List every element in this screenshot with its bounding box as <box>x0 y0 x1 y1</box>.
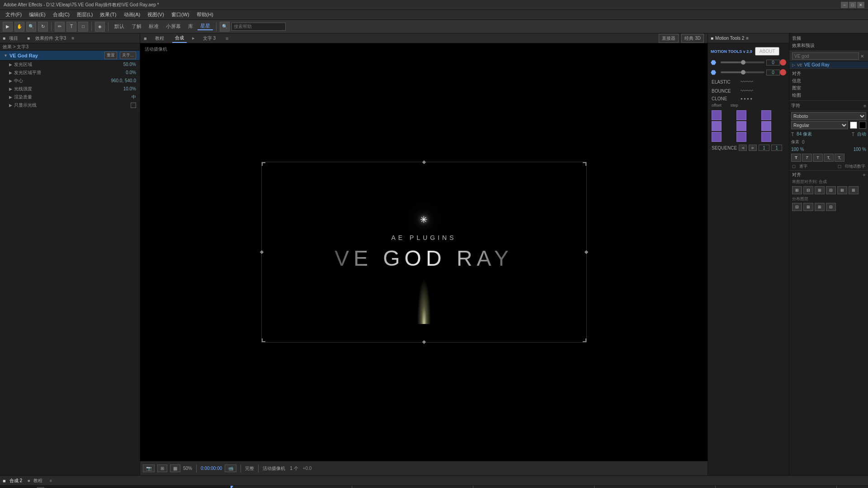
align-left-btn[interactable]: ⊞ <box>792 186 802 194</box>
text-caps-btn[interactable]: T <box>813 154 823 162</box>
dist-h2-btn[interactable]: ⊞ <box>815 203 825 211</box>
align-right-btn[interactable]: ⊞ <box>815 186 825 194</box>
grid-btn[interactable]: ⊞ <box>157 465 167 472</box>
section-effects-presets[interactable]: 效果和预设 <box>792 42 865 49</box>
search-result-label[interactable]: VE God Ray <box>804 62 830 67</box>
viewer-tab-comp[interactable]: 合成 <box>172 34 187 43</box>
text-smallcaps-btn[interactable]: T, <box>824 154 834 162</box>
playhead[interactable] <box>231 486 231 488</box>
tl-tab-comp[interactable]: 合成 2 <box>6 477 26 485</box>
tl-tab-tutorial[interactable]: 教程 <box>30 477 46 485</box>
menu-animation[interactable]: 动画(A) <box>120 10 144 19</box>
dist-v-btn[interactable]: ⊞ <box>803 203 813 211</box>
menu-layer[interactable]: 图层(L) <box>73 10 96 19</box>
grid-btn-6[interactable] <box>761 121 771 131</box>
tool-shape[interactable]: □ <box>78 22 88 32</box>
auto-label[interactable]: 自动 <box>857 131 866 137</box>
mt-slider-handle-2[interactable] <box>741 70 745 75</box>
section-paint[interactable]: 绘图 <box>792 92 865 99</box>
mt-slider-1[interactable] <box>721 61 764 63</box>
menu-window[interactable]: 窗口(W) <box>168 10 193 19</box>
tool-pen[interactable]: ✏ <box>55 22 65 32</box>
menu-effects[interactable]: 效果(T) <box>96 10 120 19</box>
font-stroke-swatch[interactable] <box>859 122 866 129</box>
mt-color-btn-1[interactable] <box>780 59 786 66</box>
seq-btn-2[interactable]: ⊳ <box>749 145 757 151</box>
viewer-menu-icon[interactable]: ≡ <box>226 36 228 41</box>
text-super-btn[interactable]: T, <box>835 154 844 162</box>
classic-3d-btn[interactable]: 经典 3D <box>681 34 704 43</box>
tool-zoom[interactable]: 🔍 <box>26 22 36 32</box>
tool-arrow[interactable]: ▶ <box>3 22 13 32</box>
mt-value-1[interactable]: 0 <box>766 60 780 66</box>
grid-btn-5[interactable] <box>736 121 746 131</box>
align-center-btn[interactable]: ⊟ <box>803 186 813 194</box>
toolbar-search-input[interactable] <box>231 23 286 31</box>
minimize-button[interactable]: − <box>841 2 848 8</box>
quality-label[interactable]: 完整 <box>245 465 254 472</box>
font-select[interactable]: Roboto <box>791 112 866 120</box>
menu-composition[interactable]: 合成(C) <box>49 10 73 19</box>
font-color-swatch[interactable] <box>850 122 857 129</box>
seq-btn-1[interactable]: ⊲ <box>739 145 747 151</box>
tl-menu-icon[interactable]: ≡ <box>49 479 52 483</box>
font-style-select[interactable]: Regular <box>791 121 848 129</box>
section-audio[interactable]: 音频 <box>792 35 865 42</box>
grid-btn-1[interactable] <box>712 110 722 120</box>
mt-slider-handle-1[interactable] <box>741 60 745 65</box>
font-size-value[interactable]: 84 像素 <box>797 131 812 137</box>
grid-btn-7[interactable] <box>712 132 722 142</box>
text-italic-btn[interactable]: T <box>802 154 812 162</box>
camera-mode-label[interactable]: 活动摄像机 <box>263 465 285 472</box>
tool-puppet[interactable]: ◈ <box>95 22 105 32</box>
search-input[interactable] <box>792 52 859 60</box>
scale-v[interactable]: 100 % <box>854 147 866 152</box>
viewer-tab-tutorial[interactable]: 教程 <box>152 34 167 42</box>
tracking-val[interactable]: 0 <box>802 140 805 145</box>
section-info[interactable]: 信息 <box>792 78 865 84</box>
tool-rotate[interactable]: ↻ <box>38 22 48 32</box>
close-button[interactable]: ✕ <box>857 2 864 8</box>
grid-btn-2[interactable] <box>736 110 746 120</box>
align-menu[interactable]: ≡ <box>863 173 865 177</box>
align-bot-btn[interactable]: ⊞ <box>849 186 859 194</box>
about-button[interactable]: 关于... <box>120 52 136 59</box>
about-btn[interactable]: ABOUT <box>755 47 779 56</box>
text-bold-btn[interactable]: T <box>791 154 801 162</box>
tool-text[interactable]: T <box>66 22 76 32</box>
grid-btn-3[interactable] <box>761 110 771 120</box>
zoom-label[interactable]: 50% <box>183 466 192 471</box>
direct-mode-btn[interactable]: 直接器 <box>659 34 679 43</box>
maximize-button[interactable]: □ <box>849 2 856 8</box>
viewer-tab-text[interactable]: 文字 3 <box>200 34 218 42</box>
align-mid-btn[interactable]: ⊞ <box>837 186 847 194</box>
menu-view[interactable]: 视图(V) <box>144 10 168 19</box>
char-menu[interactable]: ≡ <box>863 103 866 108</box>
grid-btn-4[interactable] <box>712 121 722 131</box>
dist-v2-btn[interactable]: ⊟ <box>826 203 836 211</box>
seq-val-2[interactable]: 1 <box>771 145 782 151</box>
section-align[interactable]: 对齐 <box>792 70 865 77</box>
scale-h[interactable]: 100 % <box>791 147 804 152</box>
safe-margins-btn[interactable]: ▦ <box>170 465 180 472</box>
checkbox-only-rays[interactable] <box>131 103 136 108</box>
section-library[interactable]: 图室 <box>792 85 865 91</box>
menu-edit[interactable]: 编辑(E) <box>25 10 49 19</box>
search-clear-btn[interactable]: ✕ <box>859 53 865 59</box>
motion-tools-menu[interactable]: ≡ <box>746 36 749 41</box>
menu-file[interactable]: 文件(F) <box>2 10 25 19</box>
reset-button[interactable]: 重置 <box>104 52 117 59</box>
align-top-btn[interactable]: ⊟ <box>826 186 836 194</box>
toolbar-search-toggle[interactable]: 🔍 <box>220 22 230 32</box>
grid-btn-9[interactable] <box>761 132 771 142</box>
snapshot-btn[interactable]: 📷 <box>143 465 155 472</box>
mt-slider-2[interactable] <box>721 71 764 73</box>
grid-btn-8[interactable] <box>736 132 746 142</box>
mt-value-2[interactable]: 0 <box>766 70 780 75</box>
mt-color-btn-2[interactable] <box>780 69 786 75</box>
seq-val-1[interactable]: 1 <box>759 145 769 151</box>
tool-hand[interactable]: ✋ <box>14 22 24 32</box>
time-display[interactable]: 0:00:00:00 <box>201 466 222 471</box>
menu-help[interactable]: 帮助(H) <box>193 10 217 19</box>
expand-icon[interactable]: ▼ <box>4 53 8 58</box>
